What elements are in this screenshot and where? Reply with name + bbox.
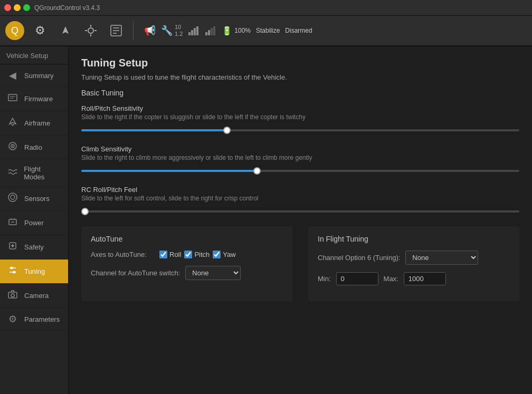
safety-icon (6, 241, 19, 254)
yaw-checkbox[interactable] (213, 251, 221, 258)
rc-feel-slider[interactable] (81, 210, 519, 213)
axes-label: Axes to AutoTune: (91, 251, 154, 258)
firmware-icon (6, 92, 19, 105)
min-input[interactable] (336, 272, 378, 285)
logo-icon[interactable]: Q (5, 21, 24, 40)
arm-status: Disarmed (285, 27, 312, 34)
yaw-checkbox-item[interactable]: Yaw (213, 251, 235, 258)
channel-autotune-row: Channel for AutoTune switch: None Channe… (91, 266, 283, 280)
basic-tuning-title: Basic Tuning (81, 89, 519, 97)
sensors-icon (6, 192, 19, 205)
channel-option-label: Channel Option 6 (Tuning): (318, 254, 400, 262)
climb-desc: Slide to the right to climb more aggress… (81, 154, 519, 161)
rc-slider-container (81, 206, 519, 217)
rc-slider-group: RC Roll/Pitch Feel Slide to the left for… (81, 186, 519, 217)
vehicle-plan-icon[interactable] (54, 19, 77, 42)
analyze-icon[interactable] (104, 19, 128, 42)
close-button[interactable] (4, 4, 11, 11)
sidebar-item-safety[interactable]: Safety (0, 235, 68, 260)
pitch-checkbox[interactable] (184, 251, 192, 258)
svg-rect-9 (188, 32, 191, 35)
radio-icon (6, 141, 19, 154)
minimize-button[interactable] (14, 4, 21, 11)
power-icon (6, 216, 19, 229)
sidebar-item-radio[interactable]: Radio (0, 136, 68, 160)
sidebar-item-airframe[interactable]: Airframe (0, 111, 68, 136)
page-title: Tuning Setup (81, 57, 519, 69)
sidebar-item-flight-modes[interactable]: Flight Modes (0, 160, 68, 187)
axes-checkboxes: Roll Pitch Yaw (159, 251, 236, 258)
axes-row: Axes to AutoTune: Roll Pitch Yaw (91, 251, 283, 258)
svg-rect-12 (196, 26, 198, 35)
sidebar-item-summary[interactable]: ◀ Summary (0, 64, 68, 87)
bottom-section: AutoTune Axes to AutoTune: Roll Pitch (81, 226, 519, 301)
telemetry-numbers: 10 1.2 (175, 24, 183, 37)
sidebar-item-label: Sensors (24, 195, 50, 203)
svg-point-33 (11, 267, 13, 270)
toolbar: Q ⚙ 📢 🔧 10 1.2 (0, 16, 532, 46)
svg-rect-14 (208, 30, 210, 35)
climb-label: Climb Sensitivity (81, 145, 519, 153)
signal-status-1 (188, 26, 200, 35)
svg-rect-15 (211, 28, 213, 35)
wrench-status[interactable]: 🔧 10 1.2 (161, 24, 183, 37)
min-label: Min: (318, 275, 331, 283)
content-area: Tuning Setup Tuning Setup is used to tun… (69, 46, 532, 394)
sidebar-header: Vehicle Setup (0, 46, 68, 64)
main-layout: Vehicle Setup ◀ Summary Firmware (0, 46, 532, 394)
in-flight-tuning-section: In Flight Tuning Channel Option 6 (Tunin… (308, 226, 519, 301)
fly-view-icon[interactable] (79, 19, 102, 42)
window-title: QGroundControl v3.4.3 (34, 4, 100, 12)
window-controls[interactable] (4, 4, 30, 11)
rc-desc: Slide to the left for soft control, slid… (81, 195, 519, 202)
toolbar-divider (133, 21, 134, 40)
parameters-icon: ⚙ (6, 313, 19, 325)
channel-autotune-select[interactable]: None Channel 7 Channel 8 Channel 9 Chann… (185, 266, 241, 280)
svg-rect-10 (191, 30, 193, 35)
roll-checkbox-item[interactable]: Roll (159, 251, 181, 258)
sidebar-item-label: Safety (24, 243, 44, 251)
roll-checkbox[interactable] (159, 251, 167, 258)
signal-status-2 (205, 26, 216, 35)
svg-point-23 (8, 193, 17, 201)
roll-label: Roll (169, 251, 181, 258)
toolbar-status: 📢 🔧 10 1.2 🔋 (144, 24, 312, 37)
sidebar-item-tuning[interactable]: Tuning (0, 260, 68, 284)
pitch-checkbox-item[interactable]: Pitch (184, 251, 210, 258)
svg-point-22 (12, 146, 13, 147)
sidebar-item-camera[interactable]: Camera (0, 284, 68, 308)
sidebar-item-power[interactable]: Power (0, 211, 68, 235)
pitch-label: Pitch (194, 251, 210, 258)
svg-point-35 (13, 271, 16, 274)
tuning-icon (6, 265, 19, 278)
sidebar-item-sensors[interactable]: Sensors (0, 187, 68, 211)
megaphone-status[interactable]: 📢 (144, 25, 156, 36)
yaw-label: Yaw (223, 251, 235, 258)
climb-slider-group: Climb Sensitivity Slide to the right to … (81, 145, 519, 176)
title-bar: QGroundControl v3.4.3 (0, 0, 532, 16)
roll-pitch-label: Roll/Pitch Sensitivity (81, 104, 519, 112)
max-input[interactable] (404, 272, 446, 285)
svg-rect-17 (8, 94, 17, 101)
maximize-button[interactable] (23, 4, 30, 11)
svg-point-37 (11, 294, 14, 297)
sidebar-item-label: Camera (24, 292, 49, 300)
rc-label: RC Roll/Pitch Feel (81, 186, 519, 194)
in-flight-title: In Flight Tuning (318, 235, 510, 243)
sidebar-item-label: Flight Modes (24, 165, 62, 181)
roll-pitch-slider-container (81, 125, 519, 136)
svg-rect-16 (213, 26, 215, 35)
max-label: Max: (384, 275, 398, 283)
climb-slider[interactable] (81, 170, 519, 172)
roll-pitch-desc: Slide to the right if the copter is slug… (81, 113, 519, 121)
roll-pitch-slider[interactable] (81, 129, 519, 131)
sidebar-item-label: Tuning (24, 267, 45, 275)
page-desc: Tuning Setup is used to tune the flight … (81, 73, 519, 81)
settings-toolbar-icon[interactable]: ⚙ (28, 19, 52, 42)
channel-option-select[interactable]: None RollPitchTuning ClimbRateTuning AlT… (405, 251, 478, 265)
svg-rect-13 (205, 32, 207, 35)
sidebar-item-parameters[interactable]: ⚙ Parameters (0, 308, 68, 331)
autotune-title: AutoTune (91, 235, 283, 243)
sidebar-item-label: Parameters (24, 315, 60, 323)
sidebar-item-firmware[interactable]: Firmware (0, 87, 68, 111)
